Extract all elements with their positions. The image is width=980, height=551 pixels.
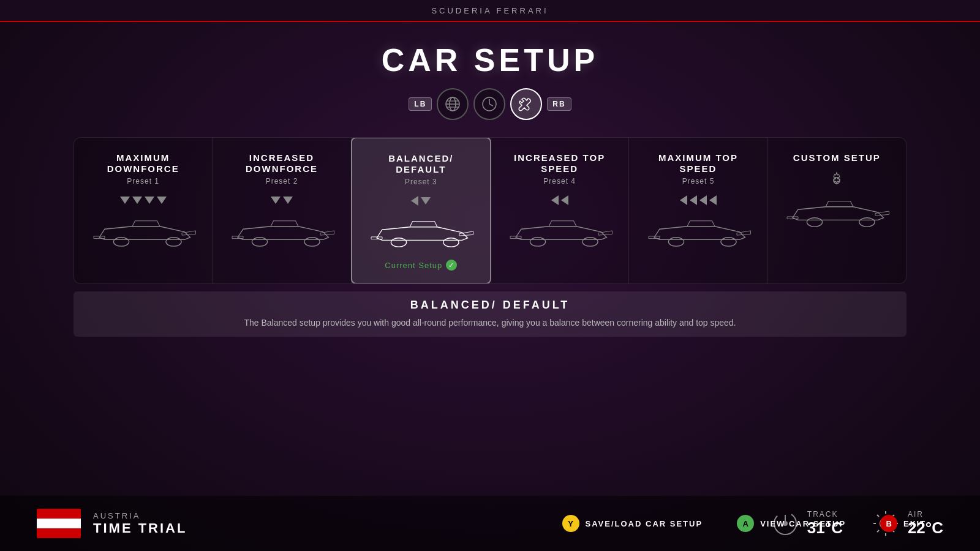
team-name: SCUDERIA FERRARI — [431, 6, 548, 15]
car-graphic — [782, 195, 892, 232]
preset-max-downforce[interactable]: MAXIMUM DOWNFORCE Preset 1 — [74, 138, 213, 283]
wing-1 — [411, 196, 418, 206]
car-graphic — [505, 215, 615, 252]
current-setup-label: Current Setup ✓ — [385, 260, 457, 271]
y-button: Y — [562, 515, 579, 532]
gear-icon — [827, 171, 846, 190]
wings-indicator — [680, 194, 717, 206]
tab-rb[interactable]: RB — [547, 97, 571, 111]
page-title: CAR SETUP — [382, 42, 598, 78]
preset-title: INCREASED DOWNFORCE — [222, 152, 341, 174]
wing-2 — [690, 195, 697, 205]
bottom-bar: AUSTRIA TIME TRIAL TRACK 31°C — [0, 496, 980, 551]
flag-stripe-3 — [37, 528, 81, 538]
preset-title: MAXIMUM DOWNFORCE — [84, 152, 202, 174]
wing-3 — [699, 195, 707, 205]
b-button: B — [880, 515, 897, 532]
exit-button[interactable]: B EXIT — [863, 515, 943, 532]
svg-point-17 — [721, 238, 736, 246]
main-content: CAR SETUP LB RB — [0, 22, 980, 551]
wing-1 — [551, 195, 559, 205]
flag-stripe-2 — [37, 519, 81, 528]
wing-1 — [680, 195, 687, 205]
preset-max-top-speed[interactable]: MAXIMUM TOP SPEED Preset 5 — [629, 138, 767, 283]
preset-title: CUSTOM SETUP — [793, 152, 881, 163]
preset-custom-setup[interactable]: CUSTOM SETUP — [768, 138, 906, 283]
tools-tab[interactable] — [510, 88, 542, 120]
wings-indicator — [827, 174, 846, 187]
preset-title: MAXIMUM TOP SPEED — [639, 152, 757, 174]
car-graphic — [643, 215, 753, 252]
car-graphic — [227, 215, 337, 252]
save-load-button[interactable]: Y SAVE/LOAD CAR SETUP — [545, 515, 720, 532]
svg-point-20 — [859, 218, 875, 227]
wing-4 — [709, 195, 717, 205]
svg-point-11 — [304, 238, 320, 246]
preset-subtitle: Preset 1 — [127, 177, 159, 186]
preset-title: BALANCED/ DEFAULT — [362, 153, 480, 175]
globe-tab[interactable] — [437, 88, 469, 120]
wing-1 — [120, 197, 130, 204]
preset-subtitle: Preset 2 — [266, 177, 298, 186]
wings-indicator — [551, 194, 568, 206]
tab-icons: LB RB — [409, 88, 571, 120]
location-info: AUSTRIA TIME TRIAL — [37, 509, 187, 538]
svg-point-13 — [443, 238, 459, 247]
game-mode: TIME TRIAL — [93, 520, 187, 536]
wing-2 — [283, 197, 293, 204]
wings-indicator — [120, 194, 167, 206]
wing-2 — [132, 197, 142, 204]
austria-flag — [37, 509, 81, 538]
view-car-button[interactable]: A VIEW CAR SETUP — [720, 515, 863, 532]
svg-point-12 — [391, 238, 407, 247]
wings-indicator — [271, 194, 293, 206]
preset-increased-top-speed[interactable]: INCREASED TOP SPEED Preset 4 — [491, 138, 629, 283]
car-graphic — [88, 215, 198, 252]
country-name: AUSTRIA — [93, 511, 187, 520]
car-graphic — [366, 216, 476, 252]
wing-4 — [157, 197, 167, 204]
a-button: A — [737, 515, 754, 532]
wing-3 — [145, 197, 154, 204]
save-load-label: SAVE/LOAD CAR SETUP — [586, 519, 703, 528]
preset-increased-downforce[interactable]: INCREASED DOWNFORCE Preset 2 — [213, 138, 351, 283]
current-setup-text: Current Setup — [385, 261, 442, 270]
preset-subtitle: Preset 3 — [405, 178, 437, 186]
preset-subtitle: Preset 5 — [682, 177, 715, 186]
svg-point-15 — [582, 238, 598, 246]
wing-2 — [421, 197, 431, 204]
location-text: AUSTRIA TIME TRIAL — [93, 511, 187, 536]
svg-point-10 — [252, 238, 267, 246]
desc-text: The Balanced setup provides you with goo… — [88, 317, 892, 329]
wing-1 — [271, 197, 281, 204]
clock-tab[interactable] — [473, 88, 505, 120]
description-bar: BALANCED/ DEFAULT The Balanced setup pro… — [74, 291, 907, 337]
check-icon: ✓ — [446, 260, 457, 271]
preset-balanced[interactable]: BALANCED/ DEFAULT Preset 3 Current Setup… — [351, 137, 491, 284]
svg-point-19 — [807, 218, 823, 227]
preset-title: INCREASED TOP SPEED — [500, 152, 619, 174]
preset-subtitle: Preset 4 — [543, 177, 576, 186]
view-car-label: VIEW CAR SETUP — [760, 519, 846, 528]
svg-point-9 — [166, 238, 181, 246]
svg-point-8 — [113, 238, 129, 246]
action-buttons: Y SAVE/LOAD CAR SETUP A VIEW CAR SETUP B… — [545, 496, 980, 551]
svg-line-7 — [489, 104, 493, 106]
presets-container: MAXIMUM DOWNFORCE Preset 1 INCREASED DOW… — [74, 137, 907, 284]
wings-indicator — [411, 195, 431, 207]
svg-point-14 — [530, 238, 545, 246]
exit-label: EXIT — [903, 519, 926, 528]
desc-title: BALANCED/ DEFAULT — [88, 299, 892, 312]
top-bar: SCUDERIA FERRARI — [0, 0, 980, 22]
wing-2 — [561, 195, 568, 205]
tab-lb[interactable]: LB — [409, 97, 432, 111]
flag-stripe-1 — [37, 509, 81, 519]
svg-point-16 — [668, 238, 684, 246]
